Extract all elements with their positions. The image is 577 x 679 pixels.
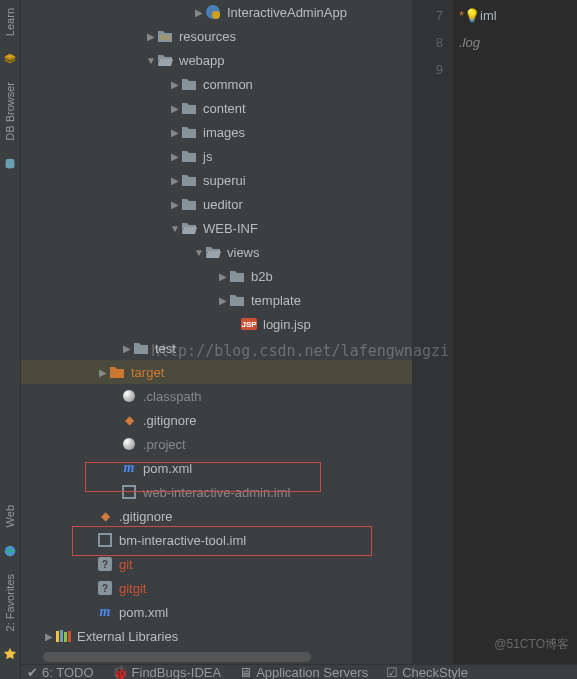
tree-label: b2b bbox=[251, 269, 273, 284]
expand-arrow-icon[interactable]: ▶ bbox=[169, 175, 181, 186]
tree-node[interactable]: JSP login.jsp bbox=[21, 312, 412, 336]
tree-node[interactable]: m pom.xml bbox=[21, 456, 412, 480]
expand-arrow-icon[interactable]: ▶ bbox=[217, 295, 229, 306]
checkstyle-tool[interactable]: ☑CheckStyle bbox=[386, 665, 468, 679]
tree-node[interactable]: ▶ InteractiveAdminApp bbox=[21, 0, 412, 24]
tree-node[interactable]: ▶ js bbox=[21, 144, 412, 168]
tree-node[interactable]: ▶ b2b bbox=[21, 264, 412, 288]
tree-label: WEB-INF bbox=[203, 221, 258, 236]
tree-label: test bbox=[155, 341, 176, 356]
bottom-toolbar: ✔6: TODO 🐞FindBugs-IDEA 🖥Application Ser… bbox=[21, 664, 577, 679]
tree-label: superui bbox=[203, 173, 246, 188]
tree-node[interactable]: ▶ common bbox=[21, 72, 412, 96]
tree-label: webapp bbox=[179, 53, 225, 68]
todo-tool[interactable]: ✔6: TODO bbox=[27, 665, 94, 679]
unknown-file-icon: ? bbox=[97, 556, 113, 572]
tree-node[interactable]: ▼ views bbox=[21, 240, 412, 264]
folder-open-icon bbox=[205, 244, 221, 260]
bug-icon: 🐞 bbox=[112, 665, 128, 679]
code-area[interactable]: *💡iml .log bbox=[453, 0, 577, 664]
expand-arrow-icon[interactable]: ▶ bbox=[145, 31, 157, 42]
folder-open-icon bbox=[181, 220, 197, 236]
server-icon: 🖥 bbox=[239, 665, 252, 679]
tree-node[interactable]: .classpath bbox=[21, 384, 412, 408]
web-tool[interactable]: Web bbox=[4, 501, 16, 531]
tree-node[interactable]: ▶ superui bbox=[21, 168, 412, 192]
tree-node[interactable]: ▶ ueditor bbox=[21, 192, 412, 216]
jsp-icon: JSP bbox=[241, 316, 257, 332]
eclipse-icon bbox=[121, 388, 137, 404]
tree-node[interactable]: m pom.xml bbox=[21, 600, 412, 624]
tree-node[interactable]: ▶ External Libraries bbox=[21, 624, 412, 648]
globe-icon[interactable] bbox=[3, 544, 17, 558]
tree-node[interactable]: ▶ test bbox=[21, 336, 412, 360]
tree-label: common bbox=[203, 77, 253, 92]
tree-label: External Libraries bbox=[77, 629, 178, 644]
collapse-arrow-icon[interactable]: ▼ bbox=[169, 223, 181, 234]
tree-node[interactable]: ▶ images bbox=[21, 120, 412, 144]
expand-arrow-icon[interactable]: ▶ bbox=[121, 343, 133, 354]
project-tree[interactable]: ▶ InteractiveAdminApp ▶ resources ▼ weba… bbox=[21, 0, 412, 664]
maven-icon: m bbox=[97, 604, 113, 620]
db-browser-tool[interactable]: DB Browser bbox=[4, 78, 16, 145]
tree-label: js bbox=[203, 149, 212, 164]
unknown-file-icon: ? bbox=[97, 580, 113, 596]
learn-tool[interactable]: Learn bbox=[4, 4, 16, 40]
findbugs-tool[interactable]: 🐞FindBugs-IDEA bbox=[112, 665, 222, 679]
expand-arrow-icon[interactable]: ▶ bbox=[97, 367, 109, 378]
tree-label: git bbox=[119, 557, 133, 572]
folder-icon bbox=[181, 100, 197, 116]
tree-label: login.jsp bbox=[263, 317, 311, 332]
star-icon[interactable] bbox=[3, 647, 17, 661]
horizontal-scrollbar[interactable] bbox=[43, 652, 311, 662]
stack-icon[interactable] bbox=[3, 52, 17, 66]
code-editor[interactable]: 7 8 9 *💡iml .log bbox=[412, 0, 577, 664]
collapse-arrow-icon[interactable]: ▼ bbox=[193, 247, 205, 258]
expand-arrow-icon[interactable]: ▶ bbox=[217, 271, 229, 282]
expand-arrow-icon[interactable]: ▶ bbox=[169, 103, 181, 114]
tree-label: template bbox=[251, 293, 301, 308]
tree-node[interactable]: .project bbox=[21, 432, 412, 456]
collapse-arrow-icon[interactable]: ▼ bbox=[145, 55, 157, 66]
expand-arrow-icon[interactable]: ▶ bbox=[169, 199, 181, 210]
bulb-icon[interactable]: 💡 bbox=[464, 8, 480, 23]
tree-node[interactable]: ? git bbox=[21, 552, 412, 576]
expand-arrow-icon[interactable]: ▶ bbox=[169, 151, 181, 162]
expand-arrow-icon[interactable]: ▶ bbox=[169, 127, 181, 138]
tree-node[interactable]: ? gitgit bbox=[21, 576, 412, 600]
tree-label: target bbox=[131, 365, 164, 380]
tree-label: .gitignore bbox=[119, 509, 172, 524]
tree-label: content bbox=[203, 101, 246, 116]
svg-point-3 bbox=[212, 11, 220, 19]
svg-rect-8 bbox=[100, 535, 110, 545]
gitignore-icon: ◆ bbox=[121, 412, 137, 428]
iml-icon bbox=[121, 484, 137, 500]
tree-node[interactable]: ▶ resources bbox=[21, 24, 412, 48]
check-icon: ☑ bbox=[386, 665, 398, 679]
favorites-tool[interactable]: 2: Favorites bbox=[4, 570, 16, 635]
tree-label: bm-interactive-tool.iml bbox=[119, 533, 246, 548]
class-icon bbox=[205, 4, 221, 20]
tree-node[interactable]: ▼ WEB-INF bbox=[21, 216, 412, 240]
expand-arrow-icon[interactable]: ▶ bbox=[193, 7, 205, 18]
libraries-icon bbox=[55, 628, 71, 644]
tree-node[interactable]: ◆ .gitignore bbox=[21, 408, 412, 432]
tree-label: pom.xml bbox=[143, 461, 192, 476]
appservers-tool[interactable]: 🖥Application Servers bbox=[239, 665, 368, 679]
tree-node[interactable]: bm-interactive-tool.iml bbox=[21, 528, 412, 552]
tree-node[interactable]: ◆ .gitignore bbox=[21, 504, 412, 528]
line-gutter: 7 8 9 bbox=[413, 0, 453, 664]
tree-node[interactable]: ▼ webapp bbox=[21, 48, 412, 72]
tree-node-selected[interactable]: ▶ target bbox=[21, 360, 412, 384]
tree-node[interactable]: ▶ template bbox=[21, 288, 412, 312]
expand-arrow-icon[interactable]: ▶ bbox=[169, 79, 181, 90]
svg-rect-11 bbox=[64, 632, 67, 642]
expand-arrow-icon[interactable]: ▶ bbox=[43, 631, 55, 642]
svg-rect-9 bbox=[56, 631, 59, 642]
folder-icon bbox=[181, 196, 197, 212]
folder-icon bbox=[181, 172, 197, 188]
tree-node[interactable]: ▶ content bbox=[21, 96, 412, 120]
folder-icon bbox=[181, 76, 197, 92]
tree-node[interactable]: web-interactive-admin.iml bbox=[21, 480, 412, 504]
database-icon[interactable] bbox=[3, 157, 17, 171]
